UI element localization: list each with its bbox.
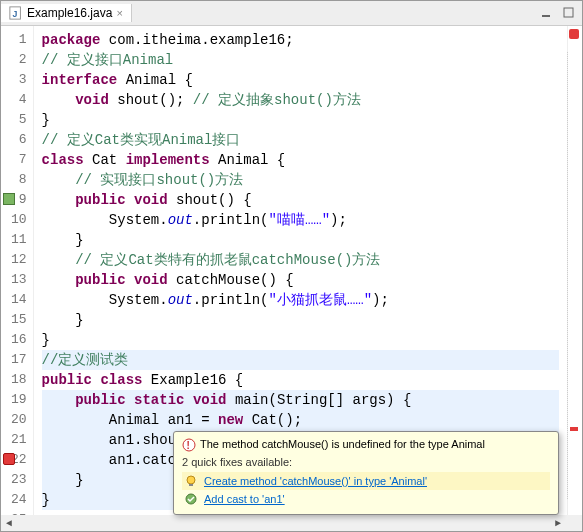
code-line[interactable]: package com.itheima.example16; [42, 30, 559, 50]
tab-title: Example16.java [27, 6, 112, 20]
line-number: 9 [11, 190, 27, 210]
line-number: 24 [11, 490, 27, 510]
line-number: 3 [11, 70, 27, 90]
quickfix-link[interactable]: Create method 'catchMouse()' in type 'An… [204, 475, 427, 487]
code-line[interactable]: } [42, 330, 559, 350]
error-marker-icon [3, 453, 15, 465]
tab-close-icon[interactable]: × [116, 7, 122, 19]
line-number: 16 [11, 330, 27, 350]
svg-rect-7 [189, 484, 193, 486]
line-number: 13 [11, 270, 27, 290]
line-number: 21 [11, 430, 27, 450]
svg-text:J: J [13, 9, 18, 19]
maximize-button[interactable] [560, 6, 578, 20]
line-number: 23 [11, 470, 27, 490]
overview-error-marker[interactable] [570, 427, 578, 431]
tab-bar: J Example16.java × [1, 1, 582, 26]
line-gutter: 1234567891011121314151617181920212223242… [1, 26, 34, 515]
code-line[interactable]: //定义测试类 [42, 350, 559, 370]
line-number: 19 [11, 390, 27, 410]
code-line[interactable]: // 定义接口Animal [42, 50, 559, 70]
code-line[interactable]: public void catchMouse() { [42, 270, 559, 290]
lightbulb-icon [184, 474, 198, 488]
scroll-track[interactable] [17, 517, 550, 529]
line-number: 20 [11, 410, 27, 430]
quickfix-option[interactable]: Add cast to 'an1' [182, 492, 550, 506]
line-number: 4 [11, 90, 27, 110]
code-line[interactable]: // 定义Cat类特有的抓老鼠catchMouse()方法 [42, 250, 559, 270]
cast-icon [184, 492, 198, 506]
code-line[interactable]: void shout(); // 定义抽象shout()方法 [42, 90, 559, 110]
code-line[interactable]: public void shout() { [42, 190, 559, 210]
scroll-left-button[interactable]: ◄ [1, 515, 17, 531]
code-line[interactable]: Animal an1 = new Cat(); [42, 410, 559, 430]
scroll-corner [566, 515, 582, 531]
quickfix-option[interactable]: Create method 'catchMouse()' in type 'An… [182, 472, 550, 490]
line-number: 1 [11, 30, 27, 50]
line-number: 7 [11, 150, 27, 170]
line-number: 5 [11, 110, 27, 130]
code-line[interactable]: } [42, 230, 559, 250]
tooltip-title: The method catchMouse() is undefined for… [200, 438, 485, 450]
code-line[interactable]: interface Animal { [42, 70, 559, 90]
error-icon: ! [182, 438, 196, 452]
line-number: 10 [11, 210, 27, 230]
line-number: 15 [11, 310, 27, 330]
code-line[interactable]: System.out.println("小猫抓老鼠……"); [42, 290, 559, 310]
code-line[interactable]: public class Example16 { [42, 370, 559, 390]
line-number: 8 [11, 170, 27, 190]
tooltip-subtitle: 2 quick fixes available: [182, 456, 550, 468]
svg-rect-2 [542, 15, 550, 17]
overview-ruler[interactable] [567, 26, 582, 515]
line-number: 25 [11, 510, 27, 515]
print-margin [566, 52, 568, 499]
override-marker-icon [3, 193, 15, 205]
svg-text:!: ! [187, 440, 190, 451]
line-number: 17 [11, 350, 27, 370]
code-line[interactable]: // 实现接口shout()方法 [42, 170, 559, 190]
line-number: 11 [11, 230, 27, 250]
file-tab[interactable]: J Example16.java × [1, 4, 132, 22]
line-number: 6 [11, 130, 27, 150]
code-line[interactable]: } [42, 110, 559, 130]
editor-window: J Example16.java × 123456789101112131415… [0, 0, 583, 532]
line-number: 12 [11, 250, 27, 270]
line-number: 14 [11, 290, 27, 310]
line-number: 18 [11, 370, 27, 390]
line-number: 2 [11, 50, 27, 70]
svg-rect-3 [564, 8, 573, 17]
minimize-button[interactable] [538, 6, 556, 20]
code-line[interactable]: } [42, 310, 559, 330]
code-line[interactable]: public static void main(String[] args) { [42, 390, 559, 410]
code-line[interactable]: System.out.println("喵喵……"); [42, 210, 559, 230]
overview-error-marker[interactable] [569, 29, 579, 39]
line-number: 22 [11, 450, 27, 470]
code-line[interactable]: // 定义Cat类实现Animal接口 [42, 130, 559, 150]
horizontal-scrollbar[interactable]: ◄ ► [1, 515, 582, 531]
svg-point-6 [187, 476, 195, 484]
java-file-icon: J [9, 6, 23, 20]
quickfix-tooltip: ! The method catchMouse() is undefined f… [173, 431, 559, 515]
scroll-right-button[interactable]: ► [550, 515, 566, 531]
quickfix-link[interactable]: Add cast to 'an1' [204, 493, 285, 505]
code-line[interactable]: class Cat implements Animal { [42, 150, 559, 170]
